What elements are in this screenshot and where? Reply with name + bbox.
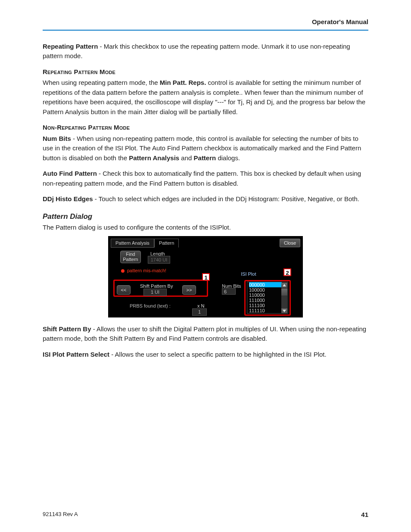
term-num-bits: Num Bits <box>43 135 71 142</box>
para-repeating-pattern: Repeating Pattern - Mark this checkbox t… <box>43 42 368 61</box>
header-rule <box>43 30 368 31</box>
prbs-found-label: PRBS found (text) : <box>130 302 171 310</box>
page-footer: 921143 Rev A 41 <box>43 510 368 520</box>
list-item[interactable]: 110000 <box>249 292 282 298</box>
term-shift-pattern-by: Shift Pattern By <box>43 325 91 333</box>
text: and <box>179 154 193 162</box>
para-shift-pattern-by: Shift Pattern By - Allows the user to sh… <box>43 324 368 344</box>
footer-revision: 921143 Rev A <box>43 510 78 520</box>
pattern-mismatch-indicator: pattern mis-match! <box>121 267 166 274</box>
list-item[interactable]: 111000 <box>249 298 282 303</box>
heading-pattern-dialog: Pattern Dialog <box>43 211 368 222</box>
para-repeating-mode: When using repeating pattern mode, the M… <box>43 78 368 117</box>
isi-plot-label: ISI Plot <box>241 271 256 278</box>
heading-non-repeating-pattern-mode: Non-Repeating Pattern Mode <box>43 123 368 133</box>
shift-left-button[interactable]: << <box>117 285 131 295</box>
error-dot-icon <box>121 269 125 273</box>
tab-pattern-analysis[interactable]: Pattern Analysis <box>111 239 154 248</box>
term-ddj-histo-edges: DDj Histo Edges <box>43 195 93 202</box>
footer-page-number: 41 <box>361 510 368 520</box>
term-isi-plot-pattern-select: ISI Plot Pattern Select <box>43 351 109 358</box>
heading-repeating-pattern-mode: Repeating Pattern Mode <box>43 67 368 77</box>
para-num-bits: Num Bits - When using non-repeating patt… <box>43 134 368 163</box>
tab-bar: Pattern Analysis Pattern <box>111 239 179 248</box>
para-pattern-dialog-desc: The Pattern dialog is used to configure … <box>43 223 368 233</box>
xn-field[interactable]: 1 <box>192 308 207 316</box>
scroll-thumb[interactable] <box>281 289 287 296</box>
figure-pattern-dialog: Pattern Analysis Pattern Close Find Patt… <box>108 236 303 317</box>
listbox-items: 000000 100000 110000 111000 111100 11111… <box>249 282 282 313</box>
text: - Touch to select which edges are includ… <box>93 195 359 202</box>
para-ddj-histo-edges: DDj Histo Edges - Touch to select which … <box>43 194 368 204</box>
isi-pattern-listbox[interactable]: 000000 100000 110000 111000 111100 11111… <box>247 282 288 314</box>
list-item[interactable]: 111110 <box>249 308 282 313</box>
text: pattern mis-match! <box>127 268 166 273</box>
svg-marker-0 <box>283 284 286 286</box>
text: dialogs. <box>216 154 240 162</box>
length-field[interactable]: 1740 UI <box>148 256 170 264</box>
close-button[interactable]: Close <box>280 239 300 247</box>
list-item[interactable]: 000000 <box>249 282 282 287</box>
text: Pattern <box>123 257 138 262</box>
find-pattern-button[interactable]: Find Pattern <box>120 251 141 263</box>
page-header-title: Operator's Manual <box>43 17 368 30</box>
text: - Allows the user to select a specific p… <box>109 351 327 358</box>
tab-pattern[interactable]: Pattern <box>154 239 179 248</box>
num-bits-field[interactable]: 6 <box>222 288 236 295</box>
shift-right-button[interactable]: >> <box>182 285 196 295</box>
shift-pattern-by-field[interactable]: 1 UI <box>143 289 167 296</box>
scroll-down-icon[interactable] <box>281 308 287 314</box>
callout-marker-1: 1 <box>202 273 210 281</box>
scroll-up-icon[interactable] <box>281 283 287 288</box>
text: Find <box>126 252 135 257</box>
list-item[interactable]: 100000 <box>249 287 282 292</box>
para-auto-find-pattern: Auto Find Pattern - Check this box to au… <box>43 169 368 188</box>
callout-marker-2: 2 <box>283 268 291 276</box>
text: When using repeating pattern mode, the <box>43 79 160 86</box>
scrollbar[interactable] <box>281 283 287 314</box>
term-repeating-pattern: Repeating Pattern <box>43 43 98 50</box>
svg-marker-1 <box>283 310 286 312</box>
term-auto-find-pattern: Auto Find Pattern <box>43 170 97 177</box>
list-item[interactable]: 111100 <box>249 303 282 308</box>
para-isi-plot-pattern-select: ISI Plot Pattern Select - Allows the use… <box>43 350 368 360</box>
text: - Allows the user to shift the Digital P… <box>43 325 366 342</box>
term-pattern-analysis: Pattern Analysis <box>129 154 179 162</box>
term-min-patt-reps: Min Patt. Reps. <box>160 79 206 86</box>
term-pattern: Pattern <box>194 154 216 162</box>
